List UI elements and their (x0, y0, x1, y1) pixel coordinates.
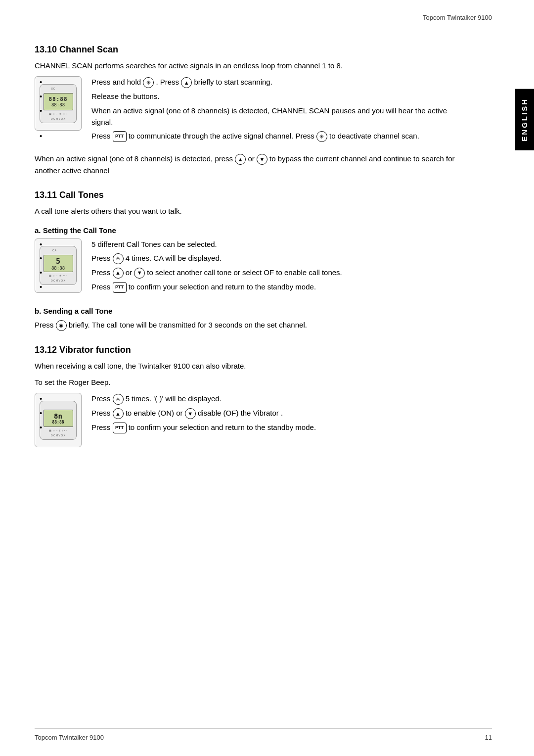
icon-menu-ct: ✳ (113, 253, 124, 264)
channel-scan-content: SC 88:88 88:88 ▣ ○↔ ④ ▪▪▪ D C M V O X Pr… (35, 76, 467, 146)
top-brand: Topcom Twintalker 9100 (423, 14, 492, 21)
icon-up-ct: ▲ (113, 268, 124, 279)
sub-section-title-sending: b. Sending a call Tone (35, 307, 467, 315)
call-tones-bullet-2: Press ✳ 4 times. CA will be displayed. (40, 252, 467, 264)
channel-scan-bullet-1: Press and hold ✳ . Press ▲ briefly to st… (40, 76, 467, 88)
vibrator-bullet-1: Press ✳ 5 times. '( )' will be displayed… (40, 393, 467, 405)
icon-ptt-vib: PTT (113, 423, 127, 433)
icon-up-1: ▲ (181, 77, 192, 88)
vibrator-bullet-2: Press ▲ to enable (ON) or ▼ disable (OF)… (40, 407, 467, 419)
vibrator-bullet-3: Press PTT to confirm your selection and … (40, 422, 467, 433)
channel-scan-bullet-3: When an active signal (one of 8 channels… (40, 105, 467, 128)
channel-scan-bullet-2: Release the buttons. (40, 91, 467, 102)
page-footer: Topcom Twintalker 9100 11 (35, 728, 492, 741)
icon-sound-1: ◉ (56, 320, 67, 331)
call-tones-bullet-1: 5 different Call Tones can be selected. (40, 238, 467, 250)
call-tones-intro: A call tone alerts others that you want … (35, 205, 467, 217)
vibrator-bullets: Press ✳ 5 times. '( )' will be displayed… (35, 393, 467, 433)
vibrator-content: 8n 88:88 ▣ ○↔ ( ) ▪▪ D C M V O X Press ✳… (35, 393, 467, 452)
icon-down-note: ▼ (257, 154, 267, 165)
icon-down-vib: ▼ (185, 408, 196, 419)
call-tones-content: CA 5 88:88 ▣ ○↔ ④ ▪▪▪ D C M V O X 5 diff… (35, 238, 467, 298)
icon-menu: ✳ (143, 77, 154, 88)
call-tones-bullets: 5 different Call Tones can be selected. … (35, 238, 467, 293)
sending-call-tone-text: Press ◉ briefly. The call tone will be t… (35, 319, 467, 331)
channel-scan-note: When an active signal (one of 8 channels… (35, 153, 467, 176)
icon-ptt-ct: PTT (113, 282, 127, 293)
sub-section-title-setting: a. Setting the Call Tone (35, 226, 467, 235)
main-content: 13.10 Channel Scan CHANNEL SCAN performs… (35, 45, 494, 452)
section-title-call-tones: 13.11 Call Tones (35, 190, 467, 200)
icon-menu-vib: ✳ (113, 394, 124, 405)
icon-ptt-1: PTT (113, 131, 127, 142)
device-bottom-dcmvox-vib: D C M V O X (51, 434, 65, 437)
call-tones-bullet-3: Press ▲ or ▼ to select another call tone… (40, 267, 467, 279)
section-title-channel-scan: 13.10 Channel Scan (35, 45, 467, 55)
icon-down-ct: ▼ (134, 268, 145, 279)
channel-scan-bullets: Press and hold ✳ . Press ▲ briefly to st… (35, 76, 467, 142)
section-title-vibrator: 13.12 Vibrator function (35, 345, 467, 355)
icon-menu-2: ✳ (316, 131, 327, 142)
footer-page-number: 11 (485, 734, 492, 741)
vibrator-intro-2: To set the Roger Beep. (35, 377, 467, 388)
channel-scan-bullet-4: Press PTT to communicate through the act… (40, 130, 467, 142)
call-tones-bullet-4: Press PTT to confirm your selection and … (40, 281, 467, 293)
channel-scan-intro: CHANNEL SCAN performs searches for activ… (35, 60, 467, 71)
footer-brand: Topcom Twintalker 9100 (35, 734, 104, 741)
side-tab-english: ENGLISH (515, 89, 534, 150)
icon-up-note: ▲ (235, 154, 246, 165)
vibrator-intro-1: When receiving a call tone, the Twintalk… (35, 360, 467, 372)
icon-up-vib: ▲ (113, 408, 124, 419)
page-container: Topcom Twintalker 9100 ENGLISH 13.10 Cha… (0, 0, 534, 756)
